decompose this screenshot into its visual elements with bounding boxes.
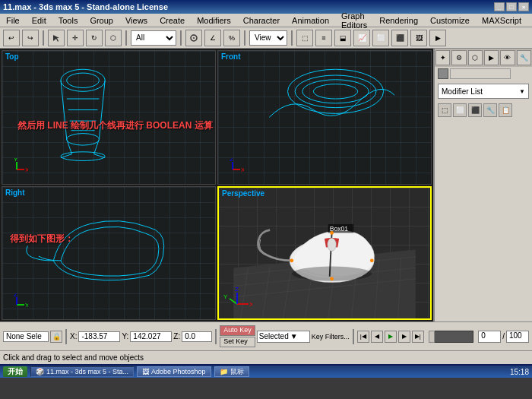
taskbar-max-label: 11.max - 3ds max 5 - Sta... [46, 368, 128, 375]
mod-icon-1[interactable]: ⬚ [438, 103, 451, 117]
modifier-list-label: Modifier List [442, 87, 483, 96]
x-value-field[interactable]: -183.57 [78, 331, 120, 342]
rotate-button[interactable]: ↻ [86, 30, 103, 46]
z-label: Z: [173, 332, 180, 340]
viewport-front[interactable]: Front X Z [217, 50, 432, 185]
menu-character[interactable]: Character [240, 15, 283, 26]
taskbar-item-max[interactable]: 🎲 11.max - 3ds max 5 - Sta... [30, 366, 134, 377]
prev-frame-button[interactable]: ◀ [371, 331, 383, 343]
schematic-view[interactable]: ⬜ [372, 30, 389, 46]
color-swatch[interactable] [438, 68, 448, 79]
mod-icon-4[interactable]: 🔧 [483, 103, 497, 117]
timeline-cursor[interactable] [429, 331, 435, 343]
mirror-button[interactable]: ⬚ [296, 30, 313, 46]
svg-point-2 [193, 37, 195, 39]
selection-area: None Sele 🔒 [3, 331, 62, 343]
menu-file[interactable]: File [3, 15, 23, 26]
play-button[interactable]: ▶ [385, 331, 397, 343]
curve-editor[interactable]: 📈 [353, 30, 370, 46]
viewport-right[interactable]: Right 得到如下图形： Y Z [2, 186, 216, 321]
timeline-track[interactable] [429, 331, 473, 343]
taskbar-item-folder[interactable]: 📁 鼠标 [214, 366, 249, 377]
menu-animation[interactable]: Animation [289, 15, 332, 26]
hierarchy-tab[interactable]: ⬡ [468, 50, 483, 65]
auto-key-button[interactable]: Auto Key [220, 325, 255, 336]
modify-tab[interactable]: ⚙ [451, 50, 466, 65]
lock-button[interactable]: 🔒 [50, 331, 62, 343]
viewport-top[interactable]: Top [2, 50, 216, 185]
view-dropdown[interactable]: View [249, 30, 287, 46]
toolbar-sep-3 [180, 30, 182, 46]
viewport-right-label: Right [5, 188, 25, 197]
next-frame-button[interactable]: ▶ [398, 331, 410, 343]
first-frame-button[interactable]: |◀ [357, 331, 369, 343]
menu-graph-editors[interactable]: Graph Editors [338, 11, 370, 30]
percent-snap[interactable]: % [223, 30, 240, 46]
last-frame-button[interactable]: ▶| [412, 331, 424, 343]
start-button[interactable]: 开始 [3, 366, 27, 377]
selection-filter-dropdown[interactable]: All [131, 30, 176, 46]
minimize-button[interactable]: _ [494, 2, 505, 11]
menu-create[interactable]: Create [157, 15, 188, 26]
display-tab[interactable]: 👁 [500, 50, 515, 65]
z-value-field[interactable]: 0.0 [182, 331, 212, 342]
angle-snap[interactable]: ∠ [204, 30, 221, 46]
svg-text:X: X [25, 166, 28, 173]
none-select-field: None Sele [3, 331, 49, 342]
svg-marker-0 [53, 35, 59, 42]
scale-button[interactable]: ⬡ [105, 30, 122, 46]
bottom-sep-2 [215, 329, 217, 344]
svg-point-10 [61, 152, 105, 161]
taskbar-item-photoshop[interactable]: 🖼 Adobe Photoshop [137, 366, 211, 377]
motion-tab[interactable]: ▶ [484, 50, 499, 65]
viewport-perspective[interactable]: Perspective [217, 186, 432, 321]
create-tab[interactable]: ✦ [435, 50, 450, 65]
status-message: Click and drag to select and move object… [3, 353, 144, 362]
menu-customize[interactable]: Customize [427, 15, 473, 26]
frame-value[interactable]: 0 [478, 331, 501, 343]
mod-icon-3[interactable]: ⬛ [468, 103, 482, 117]
select-button[interactable] [48, 30, 65, 46]
bottom-sep-1 [65, 329, 67, 344]
material-editor[interactable]: ⬛ [391, 30, 408, 46]
menu-group[interactable]: Group [87, 15, 116, 26]
redo-button[interactable]: ↪ [22, 30, 39, 46]
svg-point-22 [295, 75, 376, 108]
toolbar-sep-2 [125, 30, 127, 46]
key-filters-label[interactable]: Key Filters... [312, 333, 350, 340]
menu-maxscript[interactable]: MAXScript [479, 15, 524, 26]
render-scene[interactable]: 🖼 [410, 30, 427, 46]
menu-rendering[interactable]: Rendering [376, 15, 421, 26]
quick-render[interactable]: ▶ [429, 30, 446, 46]
toolbar-sep-4 [244, 30, 245, 46]
menu-modifiers[interactable]: Modifiers [194, 15, 234, 26]
status-bar: Click and drag to select and move object… [0, 350, 532, 364]
set-key-button[interactable]: Set Key [220, 337, 255, 347]
frame-total[interactable]: 100 [506, 331, 529, 343]
svg-text:X: X [241, 166, 244, 173]
modifier-list-dropdown[interactable]: Modifier List ▼ [438, 84, 529, 99]
selected-dropdown[interactable]: Selected ▼ [257, 331, 310, 343]
mod-icon-5[interactable]: 📋 [499, 103, 512, 117]
align-button[interactable]: ≡ [315, 30, 332, 46]
layer-button[interactable]: ⬓ [334, 30, 351, 46]
utilities-tab[interactable]: 🔧 [517, 50, 531, 65]
menu-tools[interactable]: Tools [55, 15, 81, 26]
maximize-button[interactable]: □ [506, 2, 517, 11]
close-button[interactable]: × [518, 2, 529, 11]
menu-edit[interactable]: Edit [29, 15, 49, 26]
move-button[interactable]: ✛ [67, 30, 84, 46]
svg-point-7 [67, 134, 100, 146]
mod-icon-2[interactable]: ⬜ [453, 103, 467, 117]
viewport-front-wireframe [218, 51, 431, 184]
undo-button[interactable]: ↩ [3, 30, 20, 46]
dropdown-arrow: ▼ [519, 88, 525, 95]
menu-views[interactable]: Views [122, 15, 150, 26]
main-area: Top [0, 49, 532, 321]
right-panel-tabs: ✦ ⚙ ⬡ ▶ 👁 🔧 [435, 49, 532, 67]
snap-toggle[interactable] [185, 30, 202, 46]
bottom-sep-3 [353, 329, 354, 344]
svg-text:Y: Y [25, 302, 28, 309]
y-value-field[interactable]: 142.027 [130, 331, 172, 342]
name-field[interactable] [450, 68, 511, 79]
